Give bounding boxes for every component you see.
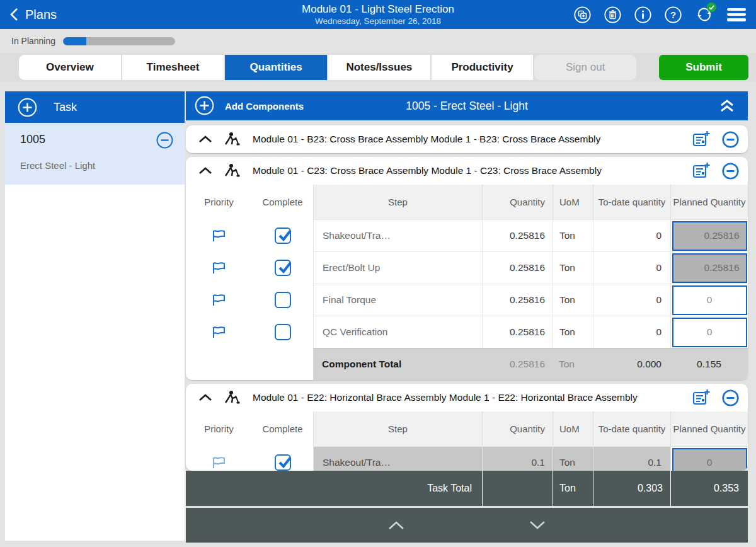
priority-flag-icon[interactable] (211, 228, 227, 243)
task-name: Erect Steel - Light (20, 160, 172, 171)
step-row: QC Verification 0.25816 Ton 0 0 (186, 316, 748, 348)
step-name: Erect/Bolt Up (313, 251, 482, 284)
sync-icon[interactable] (695, 5, 714, 24)
tab-productivity[interactable]: Productivity (432, 55, 534, 80)
steps-table-header: Priority Complete Step Quantity UoM To-d… (186, 412, 748, 446)
add-note-icon[interactable] (692, 162, 711, 180)
task-sidebar: Task 1005 Erect Steel - Light (5, 91, 185, 541)
col-step: Step (313, 185, 482, 219)
step-name: Final Torque (313, 284, 482, 316)
step-uom: Ton (553, 219, 593, 251)
step-todate: 0 (593, 219, 670, 251)
task-list-item[interactable]: 1005 Erect Steel - Light (5, 123, 185, 185)
step-name: Shakeout/Tra… (313, 446, 482, 471)
status-label: In Planning (11, 36, 55, 46)
status-progress-bar (63, 37, 175, 45)
worker-icon (224, 163, 240, 178)
component-header[interactable]: Module 01 - E22: Horizontal Brace Assemb… (186, 384, 748, 412)
complete-checkbox-checked[interactable] (275, 227, 291, 244)
collapse-component-icon[interactable] (198, 394, 212, 401)
planned-quantity-input: 0.25816 (672, 221, 747, 251)
tab-notes-issues[interactable]: Notes/Issues (328, 55, 430, 80)
complete-checkbox-unchecked[interactable] (275, 324, 291, 340)
page-title-block: Module 01 - Light Steel Erection Wednesd… (189, 0, 567, 29)
info-icon[interactable] (634, 6, 651, 23)
planned-quantity-input[interactable]: 0 (672, 318, 747, 347)
component-header[interactable]: Module 01 - B23: Cross Brace Assembly Mo… (186, 125, 748, 153)
task-total-planned: 0.353 (670, 471, 748, 506)
step-name: QC Verification (313, 316, 482, 348)
step-quantity: 0.25816 (482, 316, 553, 348)
planned-quantity-input: 0 (672, 448, 747, 471)
component-title: Module 01 - E22: Horizontal Brace Assemb… (253, 392, 692, 403)
priority-flag-icon[interactable] (211, 292, 227, 308)
task-sidebar-header: Task (5, 91, 185, 123)
component-total-todate: 0.000 (593, 348, 670, 380)
remove-component-button[interactable] (722, 389, 739, 406)
step-todate: 0 (593, 284, 670, 316)
step-name: Shakeout/Tra… (313, 219, 482, 251)
complete-checkbox-unchecked[interactable] (275, 292, 291, 308)
add-components-button[interactable] (195, 96, 214, 115)
col-uom: UoM (553, 185, 593, 219)
scroll-nav-bar (186, 508, 748, 543)
step-uom: Ton (553, 284, 593, 316)
tab-overview[interactable]: Overview (19, 55, 121, 80)
col-quantity: Quantity (482, 185, 553, 219)
remove-component-button[interactable] (722, 163, 739, 180)
task-id: 1005 (20, 133, 172, 146)
step-quantity: 0.25816 (482, 219, 553, 251)
back-button[interactable]: Plans (10, 0, 57, 29)
collapse-all-icon[interactable] (719, 98, 735, 113)
complete-checkbox-checked[interactable] (275, 454, 291, 471)
add-task-button[interactable] (18, 98, 37, 117)
remove-component-button[interactable] (722, 131, 739, 148)
step-todate: 0 (593, 316, 670, 348)
component-total-label: Component Total (313, 348, 482, 380)
priority-flag-icon[interactable] (211, 325, 227, 340)
collapse-component-icon[interactable] (198, 135, 212, 143)
add-note-icon[interactable] (692, 389, 711, 406)
scroll-up-button[interactable] (377, 513, 415, 538)
col-step: Step (313, 412, 482, 446)
back-chevron-icon (10, 8, 18, 21)
duplicate-icon[interactable] (574, 6, 591, 23)
task-sidebar-title: Task (54, 101, 77, 114)
menu-icon[interactable] (727, 8, 746, 21)
status-row: In Planning (0, 29, 756, 53)
tab-timesheet[interactable]: Timesheet (122, 55, 224, 80)
col-quantity: Quantity (482, 412, 553, 446)
add-components-label[interactable]: Add Components (225, 91, 304, 120)
step-quantity: 0.25816 (482, 251, 553, 284)
step-uom: Ton (553, 316, 593, 348)
collapse-component-icon[interactable] (198, 167, 212, 175)
delete-icon[interactable] (604, 6, 621, 23)
scroll-down-button[interactable] (518, 513, 556, 538)
status-progress-fill (63, 37, 86, 45)
task-total-bar: Task Total Ton 0.303 0.353 (186, 471, 748, 506)
step-todate: 0 (593, 251, 670, 284)
add-note-icon[interactable] (692, 130, 711, 148)
component-card-e22: Module 01 - E22: Horizontal Brace Assemb… (186, 384, 748, 471)
remove-task-button[interactable] (156, 132, 173, 149)
component-header[interactable]: Module 01 - C23: Cross Brace Assembly Mo… (186, 157, 748, 185)
component-total-quantity: 0.25816 (482, 348, 553, 380)
col-complete: Complete (252, 412, 313, 446)
step-todate: 0.1 (593, 446, 670, 471)
task-total-todate: 0.303 (593, 471, 670, 506)
back-label: Plans (25, 8, 57, 22)
step-quantity: 0.25816 (482, 284, 553, 316)
complete-checkbox-checked[interactable] (275, 260, 291, 276)
col-priority: Priority (186, 412, 252, 446)
step-row: Shakeout/Tra… 0.1 Ton 0.1 0 (186, 446, 748, 471)
steps-table-header: Priority Complete Step Quantity UoM To-d… (186, 185, 748, 219)
planned-quantity-input[interactable]: 0 (672, 285, 747, 315)
component-title: Module 01 - C23: Cross Brace Assembly Mo… (253, 165, 692, 176)
tab-quantities[interactable]: Quantities (225, 55, 327, 80)
tab-sign-out[interactable]: Sign out (534, 55, 636, 80)
priority-flag-icon[interactable] (211, 260, 227, 275)
page-title: Module 01 - Light Steel Erection (189, 3, 567, 16)
help-icon[interactable]: ? (665, 6, 682, 23)
submit-button[interactable]: Submit (659, 55, 748, 80)
priority-flag-icon[interactable] (211, 455, 227, 470)
